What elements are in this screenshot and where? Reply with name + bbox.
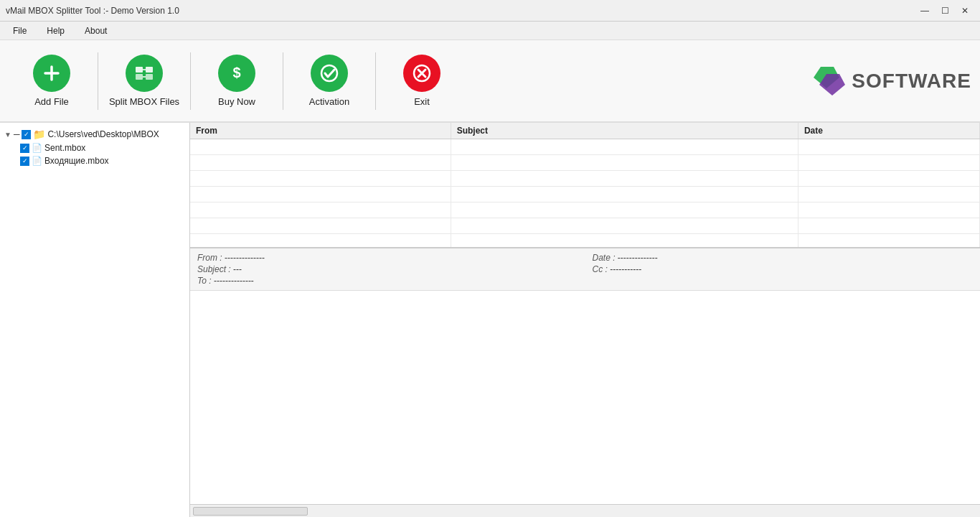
activation-icon (311, 55, 348, 92)
svg-rect-2 (136, 67, 143, 73)
svg-rect-3 (146, 67, 153, 73)
close-button[interactable]: ✕ (956, 4, 974, 18)
table-row[interactable] (190, 202, 980, 218)
expand-icon: ▼ (4, 131, 11, 139)
detail-to-row: To : -------------- (197, 276, 578, 286)
toolbar-divider-4 (375, 52, 376, 110)
detail-date-row: Date : -------------- (593, 253, 974, 263)
split-mbox-icon (126, 55, 163, 92)
inbox-filename: Входящие.mbox (44, 156, 109, 166)
file-icon-inbox: 📄 (32, 156, 42, 166)
tree-root[interactable]: ▼ ─ ✓ 📁 C:\Users\ved\Desktop\MBOX (0, 127, 189, 141)
window-title: vMail MBOX Splitter Tool :- Demo Version… (6, 6, 179, 16)
buy-now-button[interactable]: $ Buy Now (194, 47, 280, 115)
buy-now-label: Buy Now (218, 96, 255, 107)
date-label: Date : (593, 253, 616, 263)
root-checkbox[interactable]: ✓ (22, 130, 31, 139)
right-panel: From Subject Date (190, 123, 980, 517)
add-file-button[interactable]: Add File (9, 47, 95, 115)
table-row[interactable] (190, 218, 980, 234)
title-bar: vMail MBOX Splitter Tool :- Demo Version… (0, 0, 980, 22)
expand-dash: ─ (14, 129, 20, 139)
svg-point-9 (321, 65, 337, 81)
add-file-icon (33, 55, 70, 92)
date-value: -------------- (618, 253, 658, 263)
folder-icon: 📁 (33, 129, 45, 140)
to-label: To : (197, 276, 212, 286)
logo-area: SOFTWARE (806, 63, 971, 99)
sent-checkbox[interactable]: ✓ (20, 144, 29, 153)
email-body (190, 291, 980, 504)
main-area: ▼ ─ ✓ 📁 C:\Users\ved\Desktop\MBOX ✓ 📄 Se… (0, 123, 980, 517)
add-file-label: Add File (34, 96, 69, 107)
menu-about[interactable]: About (75, 23, 117, 39)
menu-help[interactable]: Help (37, 23, 75, 39)
toolbar-divider-2 (190, 52, 191, 110)
tree-item-inbox[interactable]: ✓ 📄 Входящие.mbox (0, 154, 189, 167)
table-header-row: From Subject Date (190, 123, 980, 139)
from-label: From : (197, 253, 222, 263)
email-detail-header: From : -------------- Date : -----------… (190, 248, 980, 291)
exit-button[interactable]: Exit (379, 47, 465, 115)
detail-from-row: From : -------------- (197, 253, 578, 263)
root-path: C:\Users\ved\Desktop\MBOX (47, 129, 159, 139)
tree-item-sent[interactable]: ✓ 📄 Sent.mbox (0, 141, 189, 154)
buy-now-icon: $ (218, 55, 255, 92)
toolbar-divider-3 (283, 52, 283, 110)
maximize-button[interactable]: ☐ (936, 4, 954, 18)
toolbar-divider-1 (98, 52, 98, 110)
minimize-button[interactable]: — (915, 4, 934, 18)
detail-cc-row: Cc : ----------- (593, 264, 974, 274)
exit-icon (403, 55, 440, 92)
svg-rect-4 (136, 74, 143, 80)
activation-label: Activation (309, 96, 349, 107)
table-row[interactable] (190, 139, 980, 155)
subject-value: --- (233, 264, 242, 274)
menu-file[interactable]: File (3, 23, 37, 39)
subject-label: Subject : (197, 264, 231, 274)
horizontal-scrollbar[interactable] (193, 507, 308, 516)
file-icon-sent: 📄 (32, 143, 42, 153)
logo-text: SOFTWARE (852, 70, 971, 93)
email-table-body (190, 139, 980, 249)
split-mbox-label: Split MBOX Files (109, 96, 179, 107)
toolbar: Add File Split MBOX Files $ Buy Now (0, 40, 980, 123)
sent-filename: Sent.mbox (44, 143, 85, 153)
from-value: -------------- (225, 253, 265, 263)
exit-label: Exit (414, 96, 430, 107)
inbox-checkbox[interactable]: ✓ (20, 157, 29, 166)
col-from: From (190, 123, 451, 139)
logo-icon (806, 63, 846, 99)
table-row[interactable] (190, 171, 980, 187)
split-mbox-button[interactable]: Split MBOX Files (101, 47, 187, 115)
sidebar: ▼ ─ ✓ 📁 C:\Users\ved\Desktop\MBOX ✓ 📄 Se… (0, 123, 190, 517)
bottom-bar (190, 504, 980, 517)
to-value: -------------- (214, 276, 254, 286)
window-controls: — ☐ ✕ (915, 4, 974, 18)
col-subject: Subject (451, 123, 798, 139)
svg-text:$: $ (232, 65, 240, 80)
activation-button[interactable]: Activation (286, 47, 372, 115)
cc-label: Cc : (593, 264, 608, 274)
table-row[interactable] (190, 187, 980, 202)
email-list[interactable]: From Subject Date (190, 123, 980, 248)
cc-value: ----------- (610, 264, 641, 274)
detail-subject-row: Subject : --- (197, 264, 578, 274)
col-date: Date (798, 123, 979, 139)
svg-rect-5 (146, 74, 153, 80)
table-row[interactable] (190, 155, 980, 171)
email-table: From Subject Date (190, 123, 980, 248)
menu-bar: File Help About (0, 22, 980, 40)
table-row[interactable] (190, 234, 980, 249)
